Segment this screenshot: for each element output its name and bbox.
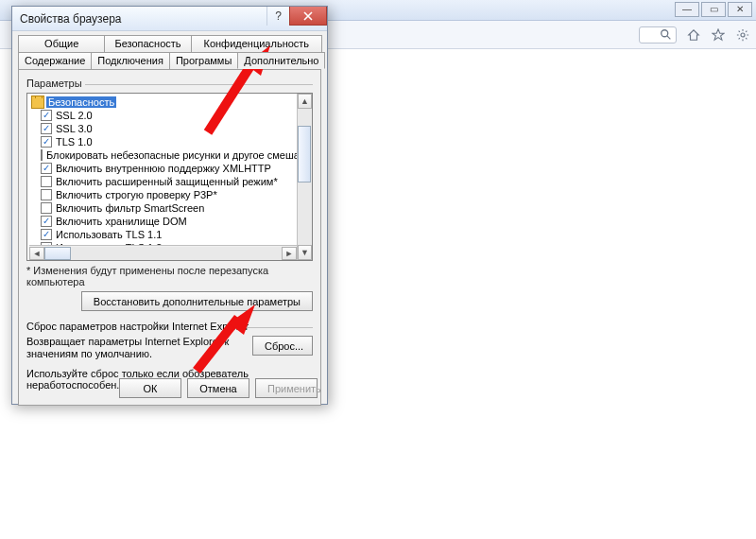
window-minimize-button[interactable]: — (675, 2, 699, 17)
checkbox[interactable] (41, 149, 43, 161)
setting-label: SSL 3.0 (56, 123, 93, 134)
checkbox[interactable] (41, 216, 52, 227)
checkbox[interactable] (41, 163, 52, 174)
setting-label: Включить расширенный защищенный режим* (56, 176, 278, 187)
setting-label: Блокировать небезопасные рисунки и друго… (46, 149, 297, 161)
svg-line-1 (667, 35, 671, 39)
tab-advanced[interactable]: Дополнительно (237, 52, 325, 69)
checkbox[interactable] (41, 176, 52, 187)
setting-item[interactable]: Включить расширенный защищенный режим* (29, 175, 297, 188)
window-close-button[interactable]: ✕ (728, 2, 752, 17)
tab-row-1: Общие Безопасность Конфиденциальность (18, 35, 321, 52)
svg-point-2 (741, 32, 745, 36)
vscroll-thumb[interactable] (298, 126, 311, 183)
restore-advanced-button[interactable]: Восстановить дополнительные параметры (81, 291, 313, 311)
search-box[interactable] (639, 26, 677, 43)
lock-icon (31, 96, 44, 109)
advanced-panel: Параметры Безопасность SSL 2.0SSL 3.0TLS… (18, 69, 321, 406)
setting-item[interactable]: Включить фильтр SmartScreen (29, 201, 297, 215)
setting-label: Включить внутреннюю поддержку XMLHTTP (56, 163, 271, 174)
checkbox[interactable] (41, 202, 52, 214)
checkbox[interactable] (41, 242, 52, 245)
setting-item[interactable]: SSL 2.0 (29, 109, 297, 122)
dialog-close-button[interactable] (289, 7, 327, 26)
reset-button[interactable]: Сброс... (252, 336, 313, 356)
setting-item[interactable]: Включить хранилище DOM (29, 215, 297, 228)
gear-icon[interactable] (735, 27, 750, 43)
setting-label: Использовать TLS 1.1 (56, 229, 162, 240)
tab-content[interactable]: Содержание (18, 52, 92, 69)
tab-programs[interactable]: Программы (169, 52, 238, 69)
setting-item[interactable]: TLS 1.0 (29, 135, 297, 148)
setting-label: TLS 1.0 (56, 136, 93, 148)
setting-item[interactable]: Включить внутреннюю поддержку XMLHTTP (29, 162, 297, 175)
window-maximize-button[interactable]: ▭ (701, 2, 726, 17)
scroll-left-arrow-icon[interactable]: ◄ (29, 247, 44, 260)
scroll-down-arrow-icon[interactable]: ▼ (298, 245, 312, 260)
svg-point-0 (662, 29, 668, 36)
scroll-right-arrow-icon[interactable]: ► (282, 247, 297, 260)
setting-label: Использовать TLS 1.2 (56, 242, 162, 245)
checkbox[interactable] (41, 110, 52, 121)
tab-security[interactable]: Безопасность (104, 35, 191, 52)
checkbox[interactable] (41, 189, 52, 200)
restart-note: * Изменения будут применены после переза… (26, 265, 313, 287)
scroll-up-arrow-icon[interactable]: ▲ (298, 94, 312, 109)
star-icon[interactable] (711, 27, 726, 43)
setting-item[interactable]: SSL 3.0 (29, 122, 297, 135)
settings-fieldset-label: Параметры (26, 78, 313, 89)
tab-connections[interactable]: Подключения (91, 52, 170, 69)
tab-row-2: Содержание Подключения Программы Дополни… (18, 52, 321, 69)
category-label: Безопасность (46, 96, 116, 108)
setting-label: Включить хранилище DOM (56, 216, 187, 227)
category-security[interactable]: Безопасность (29, 96, 297, 109)
hscroll-thumb[interactable] (44, 247, 71, 260)
checkbox[interactable] (41, 229, 52, 240)
tab-privacy[interactable]: Конфиденциальность (191, 35, 322, 52)
checkbox[interactable] (41, 136, 52, 148)
cancel-button[interactable]: Отмена (187, 378, 249, 398)
vertical-scrollbar[interactable]: ▲ ▼ (297, 94, 312, 260)
settings-tree: Безопасность SSL 2.0SSL 3.0TLS 1.0Блокир… (26, 93, 313, 261)
dialog-help-button[interactable]: ? (266, 7, 289, 26)
reset-section-label: Сброс параметров настройки Internet Expl… (26, 321, 313, 332)
apply-button[interactable]: Применить (255, 378, 318, 398)
setting-label: Включить фильтр SmartScreen (56, 202, 204, 214)
search-icon (659, 27, 674, 43)
setting-label: Включить строгую проверку P3P* (56, 189, 217, 200)
dialog-title: Свойства браузера (20, 12, 122, 26)
setting-item[interactable]: Блокировать небезопасные рисунки и друго… (29, 148, 297, 162)
tab-general[interactable]: Общие (18, 35, 105, 52)
setting-item[interactable]: Включить строгую проверку P3P* (29, 188, 297, 201)
setting-item[interactable]: Использовать TLS 1.1 (29, 228, 297, 241)
home-icon[interactable] (686, 27, 701, 43)
ok-button[interactable]: ОК (119, 378, 181, 398)
dialog-titlebar[interactable]: Свойства браузера ? (12, 7, 327, 31)
close-icon (303, 11, 313, 21)
horizontal-scrollbar[interactable]: ◄ ► (29, 245, 297, 260)
internet-options-dialog: Свойства браузера ? Общие Безопасность К… (11, 6, 328, 405)
checkbox[interactable] (41, 123, 52, 134)
reset-description: Возвращает параметры Internet Explorer к… (26, 336, 247, 360)
setting-label: SSL 2.0 (56, 110, 93, 121)
